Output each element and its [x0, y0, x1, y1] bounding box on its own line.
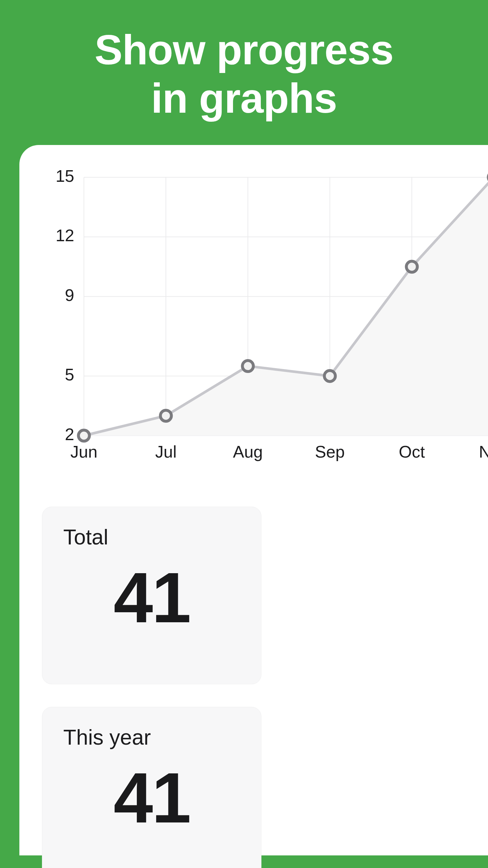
- svg-text:Jun: Jun: [70, 442, 97, 461]
- progress-line-chart-svg: 1512952JunJulAugSepOctNov: [42, 171, 488, 468]
- svg-point-17: [160, 410, 171, 421]
- svg-text:Sep: Sep: [315, 442, 345, 461]
- hero-banner: Show progress in graphs: [0, 0, 488, 145]
- stat-value: 41: [63, 763, 240, 833]
- stat-label: Total: [63, 525, 240, 549]
- hero-title-line1: Show progress: [95, 26, 393, 73]
- svg-text:9: 9: [65, 286, 74, 305]
- svg-text:Oct: Oct: [399, 442, 425, 461]
- svg-text:2: 2: [65, 425, 74, 444]
- svg-point-18: [242, 361, 253, 372]
- stat-tile-this-year: This year 41: [42, 707, 261, 868]
- svg-text:15: 15: [56, 166, 74, 185]
- svg-text:Nov: Nov: [479, 442, 488, 461]
- hero-title-line2: in graphs: [151, 74, 337, 122]
- svg-text:12: 12: [56, 226, 74, 245]
- svg-point-19: [324, 370, 335, 381]
- stat-label: This year: [63, 725, 240, 749]
- svg-point-20: [406, 261, 417, 272]
- svg-text:Jul: Jul: [155, 442, 176, 461]
- svg-point-16: [78, 430, 89, 441]
- hero-title: Show progress in graphs: [13, 26, 475, 122]
- svg-text:5: 5: [65, 365, 74, 384]
- stat-value: 41: [63, 562, 240, 633]
- stat-tile-total: Total 41: [42, 507, 261, 684]
- stats-grid: Total 41 This year 41 This month 15 Last…: [42, 507, 488, 868]
- content-card: 1512952JunJulAugSepOctNov Total 41 This …: [20, 145, 488, 856]
- svg-text:Aug: Aug: [233, 442, 263, 461]
- progress-chart: 1512952JunJulAugSepOctNov: [42, 171, 488, 468]
